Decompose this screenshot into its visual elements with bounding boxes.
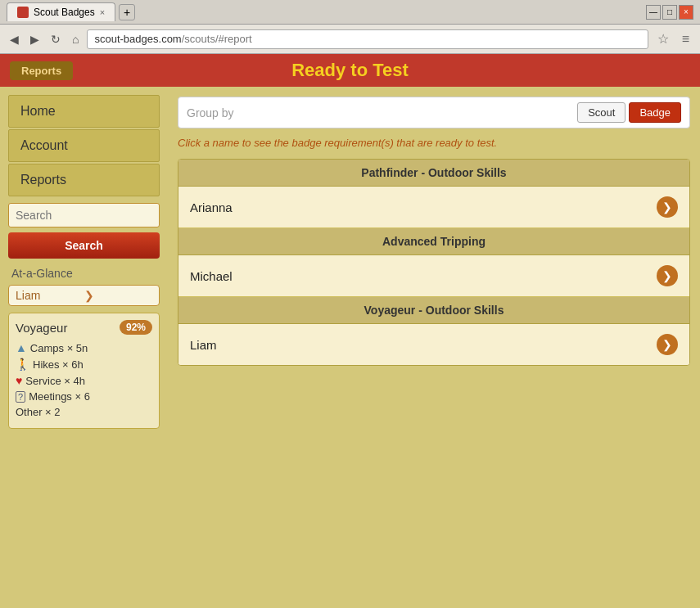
- maximize-button[interactable]: □: [662, 5, 677, 20]
- search-button[interactable]: Search: [8, 232, 160, 259]
- group-by-label: Group by: [187, 106, 577, 119]
- address-bar[interactable]: scout-badges.com/scouts/#report: [87, 29, 648, 49]
- group-header-advanced-tripping: Advanced Tripping: [178, 228, 689, 255]
- search-section: Search: [8, 203, 160, 259]
- url-scheme: scout-badges.com: [94, 33, 181, 45]
- sidebar-account-label: Account: [20, 138, 68, 152]
- result-name: Arianna: [190, 200, 657, 214]
- sidebar: Home Account Reports Search At-a-Glance …: [0, 87, 168, 608]
- hikes-label: Hikes × 6h: [33, 358, 84, 371]
- result-row-michael[interactable]: Michael ❯: [178, 255, 689, 297]
- minimize-button[interactable]: —: [646, 5, 661, 20]
- browser-titlebar: Scout Badges × + — □ ×: [0, 0, 700, 25]
- chevron-right-icon: ❯: [662, 269, 672, 282]
- sidebar-reports-label: Reports: [20, 173, 66, 187]
- scout-completion-pct: 92%: [120, 320, 152, 335]
- other-label: Other × 2: [16, 406, 61, 418]
- service-label: Service × 4h: [25, 375, 85, 387]
- row-arrow-icon: ❯: [657, 196, 678, 218]
- stat-other: Other × 2: [16, 406, 152, 418]
- scout-group-button[interactable]: Scout: [577, 102, 625, 123]
- scout-selector[interactable]: Liam ❯: [8, 285, 160, 306]
- result-row-liam[interactable]: Liam ❯: [178, 324, 689, 365]
- at-a-glance-label: At-a-Glance: [11, 267, 160, 280]
- group-by-buttons: Scout Badge: [577, 102, 681, 123]
- home-button[interactable]: ⌂: [69, 31, 82, 47]
- result-name: Michael: [190, 269, 657, 283]
- sidebar-home-label: Home: [20, 104, 56, 118]
- stat-hikes: 🚶 Hikes × 6h: [16, 358, 152, 371]
- app-body: Home Account Reports Search At-a-Glance …: [0, 87, 700, 608]
- chevron-right-icon: ❯: [84, 289, 153, 302]
- scout-selector-value: Liam: [16, 289, 84, 302]
- camps-icon: ▲: [16, 341, 27, 354]
- app-header: Reports Ready to Test: [0, 54, 700, 87]
- forward-button[interactable]: ▶: [27, 31, 43, 47]
- stat-meetings: ? Meetings × 6: [16, 390, 152, 403]
- badge-group-button[interactable]: Badge: [629, 102, 681, 123]
- meetings-label: Meetings × 6: [29, 390, 90, 403]
- main-content: Group by Scout Badge Click a name to see…: [168, 87, 700, 608]
- sidebar-item-account[interactable]: Account: [8, 129, 160, 162]
- chevron-right-icon: ❯: [662, 200, 672, 214]
- sidebar-item-home[interactable]: Home: [8, 95, 160, 128]
- scout-stats-box: Voyageur 92% ▲ Camps × 5n 🚶 Hikes × 6h ♥…: [8, 313, 160, 429]
- stat-camps: ▲ Camps × 5n: [16, 341, 152, 354]
- back-button[interactable]: ◀: [7, 31, 22, 47]
- tab-favicon: [17, 7, 29, 18]
- service-icon: ♥: [16, 374, 22, 387]
- result-name: Liam: [190, 338, 657, 352]
- tab-title: Scout Badges: [34, 7, 95, 18]
- chevron-right-icon: ❯: [662, 338, 672, 351]
- stat-service: ♥ Service × 4h: [16, 374, 152, 387]
- refresh-button[interactable]: ↻: [47, 31, 64, 47]
- tab-close-btn[interactable]: ×: [100, 7, 105, 17]
- browser-toolbar: ◀ ▶ ↻ ⌂ scout-badges.com/scouts/#report …: [0, 25, 700, 54]
- voyageur-row: Voyageur 92%: [16, 320, 152, 335]
- meetings-icon: ?: [16, 391, 25, 403]
- camps-label: Camps × 5n: [30, 342, 88, 354]
- new-tab-button[interactable]: +: [119, 4, 135, 20]
- page-title: Ready to Test: [291, 60, 409, 81]
- search-input[interactable]: [8, 203, 160, 227]
- group-by-bar: Group by Scout Badge: [178, 97, 690, 128]
- hint-text: Click a name to see the badge requiremen…: [178, 137, 690, 149]
- scout-rank-name: Voyageur: [16, 321, 67, 335]
- hikes-icon: 🚶: [16, 358, 29, 371]
- browser-tab[interactable]: Scout Badges ×: [7, 2, 115, 21]
- group-header-voyageur: Voyageur - Outdoor Skills: [178, 297, 689, 324]
- close-button[interactable]: ×: [679, 5, 693, 20]
- group-header-pathfinder: Pathfinder - Outdoor Skills: [178, 160, 689, 187]
- url-path: /scouts/#report: [182, 33, 252, 45]
- row-arrow-icon: ❯: [657, 265, 678, 286]
- sidebar-item-reports[interactable]: Reports: [8, 164, 160, 196]
- bookmark-icon[interactable]: ☆: [653, 29, 673, 48]
- row-arrow-icon: ❯: [657, 334, 678, 355]
- results-container: Pathfinder - Outdoor Skills Arianna ❯ Ad…: [178, 159, 690, 366]
- settings-icon[interactable]: ≡: [678, 30, 693, 48]
- result-row-arianna[interactable]: Arianna ❯: [178, 187, 689, 228]
- window-controls: — □ ×: [646, 5, 693, 20]
- reports-header-button[interactable]: Reports: [10, 61, 73, 80]
